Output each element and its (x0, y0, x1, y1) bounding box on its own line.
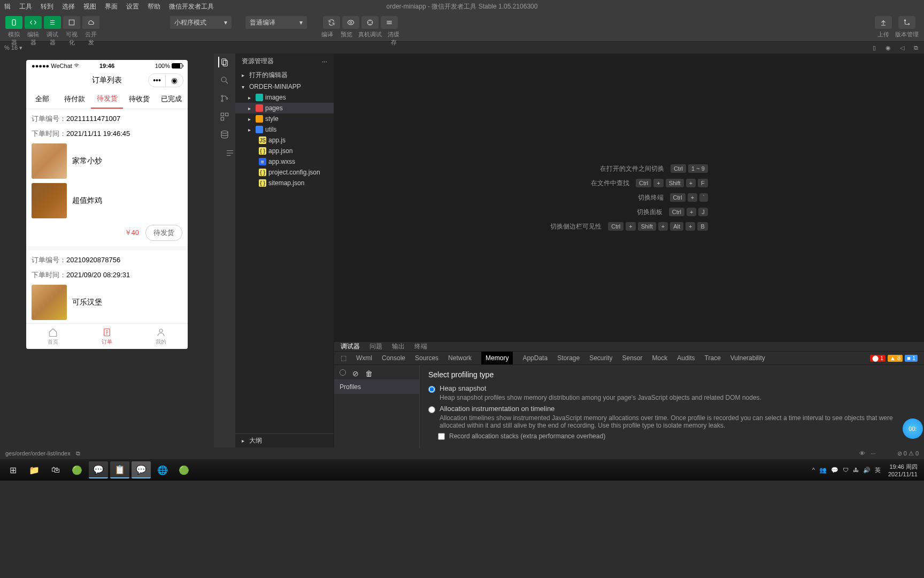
dtab-debugger[interactable]: 调试器 (341, 342, 360, 351)
database-tab-icon[interactable] (219, 130, 230, 140)
tab-all[interactable]: 全部 (26, 89, 58, 109)
tree-node[interactable]: { }sitemap.json (235, 178, 334, 188)
menu-select[interactable]: 选择 (58, 2, 79, 11)
popout-icon[interactable]: ⧉ (912, 44, 920, 51)
store-icon[interactable]: 🛍 (46, 461, 65, 478)
cloud-dev-button[interactable] (82, 16, 99, 29)
tabbar-orders[interactable]: 订单 (80, 324, 134, 349)
debugger-button[interactable] (44, 16, 61, 29)
dtab-audits[interactable]: Audits (677, 354, 695, 362)
dtab-problems[interactable]: 问题 (369, 342, 382, 351)
add-tab-icon[interactable] (225, 148, 235, 158)
warn-badge[interactable]: ▲ 8 (888, 355, 903, 362)
editor-button[interactable] (25, 16, 42, 29)
dtab-console[interactable]: Console (382, 354, 405, 362)
clear-cache-button[interactable] (381, 16, 398, 29)
error-count[interactable]: ⊘ 0 ⚠ 0 (897, 450, 919, 457)
order-status-button[interactable]: 待发货 (145, 225, 182, 241)
tree-node[interactable]: { }project.config.json (235, 167, 334, 178)
remote-debug-button[interactable] (361, 16, 379, 29)
tray-wechat-icon[interactable]: 💬 (831, 467, 838, 474)
menu-view[interactable]: 视图 (79, 2, 101, 11)
order-list[interactable]: 订单编号：20211111471007 下单时间：2021/11/11 19:4… (26, 109, 188, 323)
tab-pending-ship[interactable]: 待发货 (91, 89, 123, 109)
menu-wxdevtools[interactable]: 微信开发者工具 (165, 2, 218, 11)
clear-icon[interactable]: ⊘ (352, 369, 359, 376)
taskview-icon[interactable]: ⊞ (3, 461, 22, 478)
capsule-close-icon[interactable]: ◉ (166, 74, 183, 87)
copy-path-icon[interactable]: ⧉ (76, 450, 80, 457)
app1-icon[interactable]: 📋 (110, 461, 129, 478)
floating-record-button[interactable]: 00: (903, 419, 923, 439)
upload-button[interactable] (875, 16, 892, 29)
tabbar-mine[interactable]: 我的 (134, 324, 188, 349)
element-select-icon[interactable]: ⬚ (341, 354, 346, 362)
wechat-icon[interactable]: 💬 (89, 461, 108, 478)
eye-icon[interactable]: 👁 (859, 450, 865, 457)
tree-node[interactable]: ▸style (235, 113, 334, 124)
tree-node[interactable]: { }app.json (235, 146, 334, 156)
info-badge[interactable]: ■ 1 (905, 355, 918, 362)
wechat2-icon[interactable]: 💬 (132, 461, 151, 478)
chrome-green-icon[interactable]: 🟢 (67, 461, 87, 478)
record-icon[interactable]: ◉ (884, 44, 892, 51)
taskbar-clock[interactable]: 19:46 周四 2021/11/11 (885, 463, 921, 477)
dtab-vulnerability[interactable]: Vulnerability (730, 354, 765, 362)
tray-volume-icon[interactable]: 🔊 (863, 467, 871, 474)
dtab-network[interactable]: Network (448, 354, 472, 362)
dtab-storage[interactable]: Storage (557, 354, 580, 362)
tree-node[interactable]: JSapp.js (235, 135, 334, 146)
tab-pending-receive[interactable]: 待收货 (123, 89, 155, 109)
tree-node[interactable]: ▸utils (235, 124, 334, 135)
dtab-memory[interactable]: Memory (481, 352, 513, 364)
dtab-output[interactable]: 输出 (392, 342, 405, 351)
tray-ime[interactable]: 英 (875, 466, 881, 474)
capsule-button[interactable]: ••• ◉ (148, 73, 183, 87)
tray-shield-icon[interactable]: 🛡 (843, 467, 849, 473)
visualize-button[interactable] (63, 16, 80, 29)
allocation-timeline-radio[interactable] (428, 406, 435, 413)
explorer-tab-icon[interactable] (218, 57, 229, 67)
app2-icon[interactable]: 🟢 (174, 461, 194, 478)
record-profile-icon[interactable] (340, 369, 346, 376)
menu-interface[interactable]: 界面 (101, 2, 122, 11)
zoom-level[interactable]: % 16 ▾ (4, 44, 22, 51)
mute-icon[interactable]: ◁ (898, 44, 906, 51)
error-badge[interactable]: ⬤ 1 (870, 355, 886, 362)
tabbar-home[interactable]: 首页 (26, 324, 80, 349)
heap-snapshot-radio[interactable] (428, 386, 435, 393)
version-button[interactable] (898, 16, 915, 29)
dtab-appdata[interactable]: AppData (522, 354, 548, 362)
tray-people-icon[interactable]: 👥 (819, 467, 827, 474)
more-icon[interactable]: ··· (322, 58, 327, 65)
record-stacks-checkbox[interactable] (438, 433, 445, 440)
compile-button[interactable] (323, 16, 340, 29)
capsule-menu-icon[interactable]: ••• (149, 74, 166, 87)
tab-done[interactable]: 已完成 (156, 89, 188, 109)
file-path[interactable]: ges/order/order-list/index (5, 450, 71, 457)
trash-icon[interactable]: 🗑 (365, 369, 373, 376)
menu-settings[interactable]: 设置 (122, 2, 143, 11)
simulator-button[interactable] (5, 16, 22, 29)
git-tab-icon[interactable] (219, 93, 230, 104)
dtab-trace[interactable]: Trace (705, 354, 721, 362)
menu-tools[interactable]: 工具 (15, 2, 36, 11)
tree-node[interactable]: ▸打开的编辑器 (235, 69, 334, 81)
tray-net-icon[interactable]: 🖧 (853, 467, 859, 473)
explorer-icon[interactable]: 📁 (25, 461, 44, 478)
menu-help[interactable]: 帮助 (143, 2, 165, 11)
chrome-icon[interactable]: 🌐 (153, 461, 172, 478)
dtab-mock[interactable]: Mock (652, 354, 668, 362)
tray-up-icon[interactable]: ^ (812, 467, 815, 473)
dtab-terminal[interactable]: 终端 (414, 342, 427, 351)
tree-node[interactable]: ▸images (235, 92, 334, 103)
menu-goto[interactable]: 转到 (36, 2, 58, 11)
more-icon[interactable]: ··· (871, 450, 875, 457)
search-tab-icon[interactable] (219, 75, 230, 86)
profiles-header[interactable]: Profiles (334, 380, 419, 394)
mode-dropdown[interactable]: 小程序模式▾ (170, 16, 232, 29)
dtab-sources[interactable]: Sources (415, 354, 438, 362)
tree-node[interactable]: ▸pages (235, 103, 334, 113)
tab-pending-pay[interactable]: 待付款 (58, 89, 90, 109)
dtab-wxml[interactable]: Wxml (356, 354, 372, 362)
